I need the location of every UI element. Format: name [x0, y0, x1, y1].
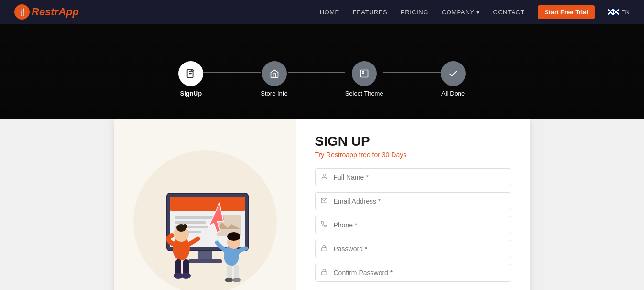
language-code: EN: [621, 9, 630, 16]
svg-rect-6: [198, 251, 212, 260]
step-store-info-label: Store Info: [261, 90, 287, 97]
connector-1: [203, 72, 261, 73]
nav-links: HOME FEATURES PRICING COMPANY ▾ CONTACT …: [320, 5, 630, 19]
step-signup[interactable]: SignUp: [178, 61, 203, 97]
confirm-password-group: [315, 264, 511, 282]
step-select-theme-label: Select Theme: [345, 90, 383, 97]
svg-rect-34: [321, 272, 327, 275]
content-card: SIGN UP Try Restroapp free for 30 Days: [114, 119, 530, 290]
password-group: [315, 240, 511, 258]
svg-rect-33: [321, 248, 327, 251]
step-all-done-label: All Done: [441, 90, 465, 97]
start-trial-button[interactable]: Start Free Trial: [538, 5, 595, 19]
hero-section: SignUp Store Info Select Theme: [0, 24, 644, 119]
form-subtitle: Try Restroapp free for 30 Days: [315, 151, 511, 159]
illustration-wrapper: [133, 150, 277, 290]
chevron-down-icon: ▾: [476, 9, 480, 16]
nav-features[interactable]: FEATURES: [353, 9, 387, 16]
nav-contact[interactable]: CONTACT: [493, 9, 524, 16]
step-select-theme[interactable]: Select Theme: [345, 61, 383, 97]
email-input[interactable]: [315, 192, 511, 210]
email-group: [315, 192, 511, 210]
phone-group: [315, 216, 511, 234]
confirm-lock-icon: [321, 269, 327, 277]
step-all-done-circle: [441, 61, 466, 86]
navbar: 🍴 RestrApp HOME FEATURES PRICING COMPANY…: [0, 0, 644, 24]
step-store-info[interactable]: Store Info: [261, 61, 287, 97]
phone-icon: [321, 221, 327, 229]
svg-point-31: [323, 174, 325, 176]
logo-icon: 🍴: [14, 4, 30, 20]
form-side: SIGN UP Try Restroapp free for 30 Days: [296, 119, 530, 290]
svg-rect-8: [170, 197, 245, 211]
svg-point-19: [183, 224, 187, 229]
connector-2: [288, 72, 345, 73]
logo[interactable]: 🍴 RestrApp: [14, 4, 79, 20]
lock-icon: [321, 245, 327, 253]
svg-rect-10: [175, 221, 206, 224]
form-title: SIGN UP: [315, 134, 511, 149]
svg-rect-9: [175, 216, 213, 219]
step-signup-circle: [178, 61, 203, 86]
illustration-side: [114, 119, 296, 290]
svg-point-26: [227, 232, 240, 241]
logo-text: RestrApp: [32, 6, 79, 18]
full-name-group: [315, 168, 511, 186]
email-icon: [321, 197, 327, 205]
main-content: SIGN UP Try Restroapp free for 30 Days: [0, 119, 644, 290]
svg-point-29: [225, 278, 233, 282]
step-all-done[interactable]: All Done: [441, 61, 466, 97]
nav-company[interactable]: COMPANY ▾: [442, 9, 480, 16]
password-input[interactable]: [315, 240, 511, 258]
full-name-input[interactable]: [315, 168, 511, 186]
steps-container: SignUp Store Info Select Theme: [178, 52, 465, 97]
illustration-svg: [138, 155, 272, 289]
connector-3: [383, 72, 441, 73]
step-store-info-circle: [262, 61, 287, 86]
language-selector[interactable]: EN: [608, 9, 630, 16]
phone-input[interactable]: [315, 216, 511, 234]
step-select-theme-circle: [352, 61, 377, 86]
confirm-password-input[interactable]: [315, 264, 511, 282]
svg-rect-7: [188, 259, 222, 263]
nav-pricing[interactable]: PRICING: [401, 9, 428, 16]
svg-point-30: [232, 278, 241, 282]
nav-home[interactable]: HOME: [320, 9, 339, 16]
flag-icon: [608, 9, 619, 15]
svg-point-23: [181, 273, 191, 279]
step-signup-label: SignUp: [180, 90, 202, 97]
svg-rect-2: [362, 71, 364, 73]
person-icon: [321, 173, 327, 182]
